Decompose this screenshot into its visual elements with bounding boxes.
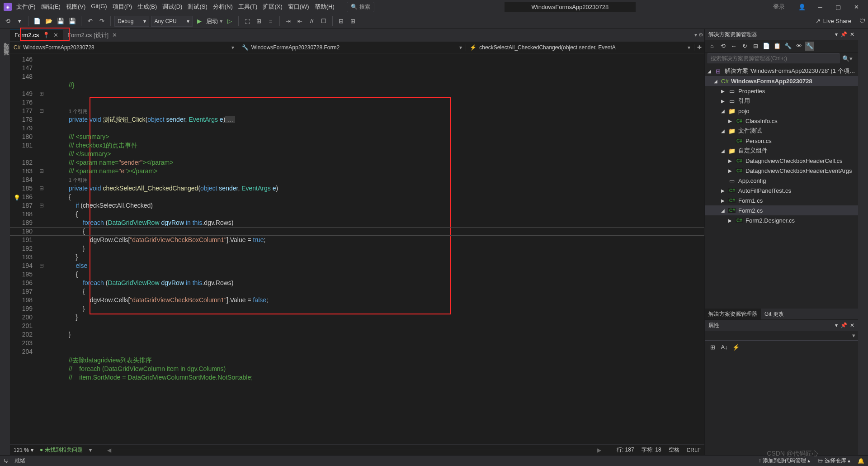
tree-node[interactable]: ◢📁文件测试 <box>705 126 858 136</box>
tb-icon-5[interactable]: ⇤ <box>295 16 305 26</box>
tree-node[interactable]: ▶▭Properties <box>705 86 858 96</box>
code-content[interactable]: //}1 个引用private void 测试按钮_Click(object s… <box>46 53 704 444</box>
menu-item[interactable]: 帮助(H) <box>312 1 337 13</box>
props-cat-icon[interactable]: ⊞ <box>708 342 717 352</box>
se-copy-icon[interactable]: 📋 <box>773 42 782 51</box>
close-panel-icon[interactable]: ✕ <box>850 31 854 38</box>
menu-item[interactable]: 文件(F) <box>14 1 38 13</box>
status-repo[interactable]: 🗁 选择仓库 ▴ <box>817 457 850 465</box>
solution-node[interactable]: ◢⊞ 解决方案 'WindowsFormsApp20230728' (1 个项目… <box>705 66 858 76</box>
se-wrench-icon[interactable]: 🔧 <box>805 42 814 51</box>
fold-column[interactable]: ⊞⊟⊟⊟⊟⊟ <box>37 53 46 444</box>
tree-node[interactable]: ▶C#Form2.Designer.cs <box>705 215 858 225</box>
config-dropdown[interactable]: Debug▾ <box>114 16 149 27</box>
admin-icon[interactable]: 🛡 <box>859 18 865 24</box>
save-button[interactable]: 💾 <box>56 16 66 26</box>
col-indicator[interactable]: 字符: 18 <box>642 446 661 454</box>
bc-class[interactable]: 🔧 WindowsFormsApp20230728.Form2 ▾ <box>238 44 467 51</box>
redo-button[interactable]: ↷ <box>97 16 107 26</box>
split-view-button[interactable]: ✚ <box>694 44 704 51</box>
line-indicator[interactable]: 行: 187 <box>617 446 634 454</box>
live-share-button[interactable]: ↗ Live Share 🛡 <box>816 18 865 24</box>
save-all-button[interactable]: 💾 <box>67 16 77 26</box>
se-prop-icon[interactable]: 🔧 <box>783 42 793 51</box>
bc-project[interactable]: C# WindowsFormsApp20230728 ▾ <box>10 44 238 51</box>
tree-node[interactable]: ◢C#Form2.cs <box>705 205 858 215</box>
se-showall-icon[interactable]: 📄 <box>762 42 771 51</box>
props-close-icon[interactable]: ✕ <box>850 322 854 328</box>
left-vertical-tabs[interactable]: 数据源 文件资源 <box>0 29 10 455</box>
lineending-indicator[interactable]: CRLF <box>687 447 701 453</box>
tree-node[interactable]: ▶C#Form1.cs <box>705 195 858 205</box>
menu-item[interactable]: 调试(D) <box>160 1 185 13</box>
status-output-icon[interactable]: 🗨 <box>4 458 9 464</box>
status-notif-icon[interactable]: 🔔 <box>858 458 864 464</box>
close-button[interactable]: ✕ <box>851 1 862 12</box>
tb-icon-3[interactable]: ≡ <box>266 16 276 26</box>
menu-item[interactable]: 项目(P) <box>110 1 135 13</box>
dropdown-icon[interactable]: ▾ <box>835 31 838 38</box>
indent-indicator[interactable]: 空格 <box>669 446 679 454</box>
bc-method[interactable]: ⚡ checkSelectAll_CheckedChanged(object s… <box>466 44 694 51</box>
nav-fwd-button[interactable]: ▾ <box>14 16 24 26</box>
se-sync-icon[interactable]: ⟲ <box>718 42 727 51</box>
se-back-icon[interactable]: ← <box>729 42 738 51</box>
project-node[interactable]: ◢C# WindowsFormsApp20230728 <box>705 76 858 86</box>
menu-item[interactable]: 工具(T) <box>236 1 260 13</box>
tree-node[interactable]: ▶C#AutoFillPanelTest.cs <box>705 185 858 195</box>
se-search-icon[interactable]: 🔍▾ <box>840 55 855 62</box>
undo-button[interactable]: ↶ <box>85 16 95 26</box>
tb-icon-2[interactable]: ⊞ <box>254 16 264 26</box>
tree-node[interactable]: ◢📁pojo <box>705 106 858 116</box>
new-file-button[interactable]: 📄 <box>32 16 42 26</box>
close-tab-icon[interactable]: ✕ <box>112 32 117 38</box>
menu-item[interactable]: 扩展(X) <box>260 1 285 13</box>
se-refresh-icon[interactable]: ↻ <box>740 42 749 51</box>
props-dropdown-icon[interactable]: ▾ <box>835 322 838 328</box>
menu-item[interactable]: 编辑(E) <box>38 1 63 13</box>
lightbulb-icon[interactable]: 💡 <box>14 194 20 202</box>
issues-indicator[interactable]: ● 未找到相关问题 <box>40 446 83 454</box>
tree-node[interactable]: C#Person.cs <box>705 136 858 146</box>
tb-icon-6[interactable]: // <box>307 16 317 26</box>
props-az-icon[interactable]: A↓ <box>719 342 729 352</box>
tree-node[interactable]: ▶C#DatagridviewCheckboxHeaderEventArgs <box>705 166 858 176</box>
menu-item[interactable]: 分析(N) <box>210 1 236 13</box>
code-editor[interactable]: 1461471481491761771781791801811821831841… <box>10 53 704 444</box>
tree-node[interactable]: ▶C#DatagridviewCheckboxHeaderCell.cs <box>705 156 858 166</box>
file-tab[interactable]: Form2.cs📍✕ <box>10 29 63 41</box>
menu-item[interactable]: 视图(V) <box>63 1 88 13</box>
solution-tree[interactable]: ◢⊞ 解决方案 'WindowsFormsApp20230728' (1 个项目… <box>705 64 858 309</box>
se-home-icon[interactable]: ⌂ <box>708 42 717 51</box>
tab-overflow-button[interactable]: ▾ ⚙ <box>694 32 703 38</box>
start-debug-button[interactable]: ▶ <box>194 16 204 26</box>
search-box[interactable]: 🔍 搜索 <box>347 2 374 12</box>
props-pin-icon[interactable]: 📌 <box>840 322 847 328</box>
props-obj-dropdown[interactable]: ▾ <box>852 332 855 339</box>
platform-dropdown[interactable]: Any CPU▾ <box>151 16 192 27</box>
start-no-debug-button[interactable]: ▷ <box>225 16 235 26</box>
tb-icon-8[interactable]: ⊟ <box>336 16 346 26</box>
tab-git-changes[interactable]: Git 更改 <box>761 309 788 320</box>
start-label[interactable]: 启动 <box>206 17 218 25</box>
se-search-input[interactable] <box>708 53 840 63</box>
menu-item[interactable]: 生成(B) <box>135 1 160 13</box>
status-add-source[interactable]: ↑ 添加到源代码管理 ▴ <box>759 457 811 465</box>
close-tab-icon[interactable]: ✕ <box>53 32 58 38</box>
props-events-icon[interactable]: ⚡ <box>731 342 741 352</box>
tree-node[interactable]: ▶C#ClassInfo.cs <box>705 116 858 126</box>
tb-icon-9[interactable]: ⊞ <box>348 16 358 26</box>
se-collapse-icon[interactable]: ⊟ <box>751 42 760 51</box>
minimize-button[interactable]: ─ <box>815 1 826 12</box>
tb-icon-7[interactable]: ☐ <box>319 16 329 26</box>
tree-node[interactable]: ▭App.config <box>705 176 858 185</box>
user-icon[interactable]: 👤 <box>797 1 807 12</box>
pin-icon[interactable]: 📌 <box>840 31 847 38</box>
zoom-control[interactable]: 121 % ▾ <box>14 447 33 453</box>
tb-icon-1[interactable]: ⬚ <box>242 16 252 26</box>
open-button[interactable]: 📂 <box>44 16 54 26</box>
se-view-icon[interactable]: 👁 <box>794 42 803 51</box>
tree-node[interactable]: ▶▭引用 <box>705 96 858 106</box>
tb-icon-4[interactable]: ⇥ <box>283 16 293 26</box>
tree-node[interactable]: ◢📁自定义组件 <box>705 146 858 156</box>
